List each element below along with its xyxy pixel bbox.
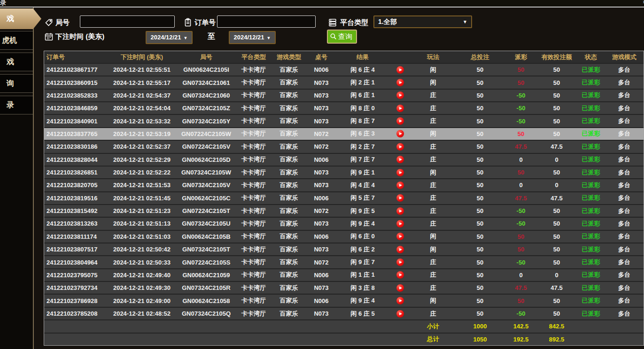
date-from-picker[interactable]: 2024/12/21▼ <box>146 31 193 44</box>
game-type: 百家乐 <box>272 78 306 87</box>
payout: 50 <box>505 297 536 304</box>
play-replay-icon[interactable] <box>396 310 404 318</box>
play-replay-icon[interactable] <box>396 220 404 228</box>
order-id: 241221023785208 <box>44 310 107 317</box>
col-header-status: 状态 <box>577 53 605 61</box>
platform: 卡卡湾厅 <box>236 104 272 113</box>
table-row[interactable]: 2412210238528332024-12-21 02:54:37GN0732… <box>44 90 644 102</box>
sidebar-item-label: 询 <box>7 79 14 87</box>
order-id: 241221023837765 <box>44 130 107 137</box>
play-replay-icon[interactable] <box>396 194 404 202</box>
order-id-input[interactable] <box>217 15 316 28</box>
play-replay-icon[interactable] <box>396 271 404 279</box>
table-row[interactable]: 2412210238609152024-12-21 02:55:17GN0732… <box>44 76 644 89</box>
bet-time: 2024-12-21 02:51:23 <box>107 207 177 214</box>
replay-cell <box>389 220 411 228</box>
order-id: 241221023795075 <box>44 272 107 279</box>
round-id: GN07224C2105V <box>177 143 236 150</box>
round-id: GN07324C2105Y <box>177 118 236 125</box>
order-id: 241221023804964 <box>44 259 107 266</box>
table-no: N006 <box>306 297 336 304</box>
play-replay-icon[interactable] <box>396 91 404 99</box>
table-row[interactable]: 2412210238268512024-12-21 02:52:22GN0732… <box>44 167 644 179</box>
table-row[interactable]: 2412210238132632024-12-21 02:51:13GN0732… <box>44 218 644 230</box>
order-id-label: 订单号 <box>194 18 216 27</box>
table-row[interactable]: 2412210238154922024-12-21 02:51:23GN0722… <box>44 205 644 218</box>
table-row[interactable]: 2412210238049642024-12-21 02:50:33GN0722… <box>44 256 644 269</box>
play-replay-icon[interactable] <box>396 284 404 292</box>
valid-bet: 50 <box>536 92 577 99</box>
table-row[interactable]: 2412210237869282024-12-21 02:49:00GN0062… <box>44 295 644 307</box>
round-id: GN00624C2105D <box>177 156 236 163</box>
total-bet: 50 <box>455 156 505 163</box>
table-row[interactable]: 2412210238301862024-12-21 02:52:37GN0722… <box>44 141 644 153</box>
bet-play: 庄 <box>411 104 455 113</box>
platform-type-select[interactable]: 1.全部 ▼ <box>373 15 472 28</box>
total-bet: 50 <box>455 143 505 150</box>
play-triangle <box>399 248 402 251</box>
table-row[interactable]: 2412210238280442024-12-21 02:52:29GN0062… <box>44 154 644 167</box>
play-replay-icon[interactable] <box>396 246 404 253</box>
payout: -50 <box>505 105 536 112</box>
play-triangle <box>399 145 402 148</box>
play-replay-icon[interactable] <box>396 79 404 86</box>
round-id: GN07324C21061 <box>177 79 236 86</box>
table-row[interactable]: 2412210238111742024-12-21 02:51:03GN0062… <box>44 231 644 243</box>
table-row[interactable]: 2412210238409012024-12-21 02:53:32GN0732… <box>44 115 644 128</box>
game-mode: 多台 <box>605 207 644 215</box>
round-id: GN07324C2105W <box>177 169 236 176</box>
table-no: N072 <box>306 207 336 214</box>
total-bet: 50 <box>455 284 505 291</box>
table-row[interactable]: 2412210238195162024-12-21 02:51:45GN0062… <box>44 192 644 205</box>
play-replay-icon[interactable] <box>396 105 404 112</box>
play-replay-icon[interactable] <box>396 156 404 163</box>
valid-bet: 50 <box>536 310 577 317</box>
order-id: 241221023820705 <box>44 182 107 189</box>
total-bet: 50 <box>455 310 505 317</box>
sidebar-item-4[interactable]: 录 <box>0 96 33 114</box>
sidebar-item-2[interactable]: 戏 <box>0 53 33 71</box>
play-replay-icon[interactable] <box>396 297 404 304</box>
table-no: N073 <box>306 246 336 253</box>
play-replay-icon[interactable] <box>396 207 404 215</box>
window-topbar: 录 × <box>0 0 644 7</box>
play-replay-icon[interactable] <box>396 258 404 266</box>
col-header-bet-time: 下注时间 (美东) <box>107 53 177 61</box>
table-no: N006 <box>306 195 336 202</box>
table-row[interactable]: 2412210238207052024-12-21 02:51:53GN0732… <box>44 179 644 192</box>
col-header-total-bet: 总投注 <box>455 53 505 61</box>
table-row[interactable]: 2412210238468592024-12-21 02:54:04GN0732… <box>44 102 644 115</box>
play-replay-icon[interactable] <box>396 66 404 74</box>
table-row[interactable]: 2412210238671772024-12-21 02:55:51GN0062… <box>44 64 644 76</box>
play-triangle <box>399 312 402 315</box>
bet-time: 2024-12-21 02:55:51 <box>107 66 177 73</box>
sidebar-item-0[interactable]: 戏 <box>0 8 41 29</box>
table-no: N006 <box>306 272 336 279</box>
total-bet: 50 <box>455 118 505 125</box>
table-no: N073 <box>306 105 336 112</box>
platform: 卡卡湾厅 <box>236 258 272 266</box>
table-row[interactable]: 2412210237950752024-12-21 02:49:40GN0062… <box>44 269 644 282</box>
table-row[interactable]: 2412210237852082024-12-21 02:48:52GN0732… <box>44 308 644 320</box>
play-replay-icon[interactable] <box>396 169 404 176</box>
date-from-value: 2024/12/21 <box>151 34 181 41</box>
play-replay-icon[interactable] <box>396 143 404 151</box>
result: 闲 9 庄 5 <box>336 207 389 215</box>
total-bet: 50 <box>455 272 505 279</box>
table-row[interactable]: 2412210237927342024-12-21 02:49:30GN0732… <box>44 282 644 295</box>
sidebar-item-3[interactable]: 询 <box>0 74 33 93</box>
game-type: 百家乐 <box>272 245 306 254</box>
play-replay-icon[interactable] <box>396 182 404 189</box>
search-button[interactable]: 查询 <box>327 30 357 44</box>
table-row[interactable]: 2412210238075172024-12-21 02:50:42GN0732… <box>44 243 644 256</box>
play-replay-icon[interactable] <box>396 117 404 125</box>
sidebar-item-label: 录 <box>7 101 14 109</box>
play-replay-icon[interactable] <box>396 233 404 240</box>
valid-bet: 50 <box>536 79 577 86</box>
sidebar-item-1[interactable]: 虎机 <box>0 31 33 50</box>
round-id-input[interactable] <box>80 15 175 28</box>
play-replay-icon[interactable] <box>396 130 404 137</box>
date-to-picker[interactable]: 2024/12/21▼ <box>229 31 276 44</box>
platform: 卡卡湾厅 <box>236 143 272 151</box>
table-row[interactable]: 2412210238377652024-12-21 02:53:19GN0722… <box>44 128 644 141</box>
